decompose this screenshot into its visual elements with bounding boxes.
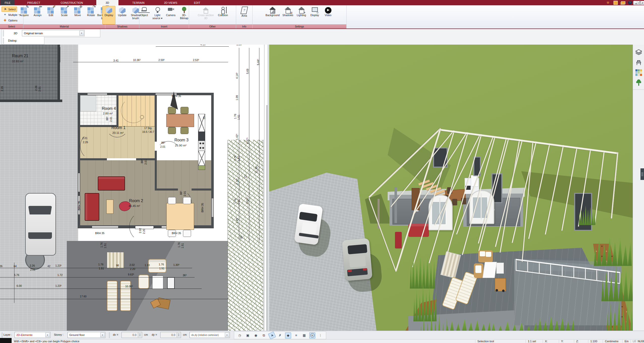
button-background[interactable]: Background xyxy=(264,6,281,24)
garage-room xyxy=(0,45,60,101)
dimension-label: 36⁵ xyxy=(240,235,243,239)
railing-post-3d xyxy=(585,268,586,279)
presentation-icon[interactable]: ▣ xyxy=(245,332,251,338)
button-video[interactable]: Video xyxy=(322,6,335,24)
more-icon[interactable]: ⋮ xyxy=(317,332,323,338)
grass-tuft-3d xyxy=(410,253,435,289)
dy-input[interactable]: 0.0 ▲▼ xyxy=(160,332,181,338)
dimension-label: 1.76 xyxy=(234,155,237,161)
button-update[interactable]: Update xyxy=(116,6,129,24)
select-arrow-icon[interactable]: ➤ xyxy=(268,331,276,339)
storey-select[interactable]: Ground floor ▾ xyxy=(68,332,105,338)
view-3d[interactable] xyxy=(269,45,633,331)
ribbon: ➤Select⌖Multiple▾✚OptionsSelectAcquireAs… xyxy=(0,5,644,29)
catalog-sidebar xyxy=(633,45,644,331)
sheets-icon[interactable]: ≡ xyxy=(293,332,299,338)
clock-icon[interactable]: ◷ xyxy=(237,332,243,338)
stairs-note: 16.5 / 30.7 xyxy=(142,131,154,133)
coord-mode-select[interactable]: dx,dy (relative cartesian) ▾ xyxy=(190,332,230,338)
room-area: 46.45 m² xyxy=(129,204,140,207)
button-light-source[interactable]: Light source ▾ xyxy=(151,6,164,24)
button-lighting[interactable]: ☀Lighting xyxy=(295,6,308,24)
dimension-label: 9.63⁵ xyxy=(128,273,134,276)
chevron-down-icon[interactable]: ▾ xyxy=(79,31,84,36)
tab-construction[interactable]: CONSTRUCTION xyxy=(56,0,88,5)
button-options[interactable]: ✚Options xyxy=(2,18,19,23)
dimension-line xyxy=(239,48,239,241)
layer-select[interactable]: 2D-Elemente ▾ xyxy=(15,332,50,338)
button-label: Camera xyxy=(166,14,175,17)
room4-shower xyxy=(80,95,96,111)
button-area[interactable]: ?Area xyxy=(238,6,251,24)
chevron-down-icon[interactable]: ▾ xyxy=(100,333,105,337)
layer-copy-icon[interactable]: ⧉ xyxy=(261,332,267,338)
smooth-icon[interactable]: ◆ xyxy=(285,332,291,338)
tools-icon[interactable]: ⚒ xyxy=(605,1,611,5)
railing-post-3d xyxy=(596,269,597,280)
dimension-label: 2.01 xyxy=(109,117,112,122)
drag-grip-icon[interactable] xyxy=(3,30,4,36)
button-scale[interactable]: Scale xyxy=(58,6,71,24)
room-name: Room 2 xyxy=(129,199,143,203)
dimension-line xyxy=(73,62,228,62)
furniture-catalog-icon[interactable] xyxy=(635,59,642,66)
dimension-label: 2.01 xyxy=(144,160,147,165)
button-assign[interactable]: Assign xyxy=(31,6,44,24)
dimension-label: 36⁵ xyxy=(183,274,187,277)
dx-label: dx = xyxy=(113,333,118,336)
north-icon[interactable]: N xyxy=(309,332,315,338)
ribbon-group-info: ?AreaInfo xyxy=(236,5,253,28)
button-move[interactable]: Move xyxy=(71,6,84,24)
status-field-1-100: 1:100 xyxy=(588,340,603,343)
stairs-note: 17 Stg. xyxy=(144,127,152,130)
button-display[interactable]: Display xyxy=(308,6,321,24)
button-rotate[interactable]: Rotate xyxy=(84,6,98,24)
package-alt-icon[interactable] xyxy=(620,1,626,5)
button-camera[interactable]: Camera xyxy=(164,6,177,24)
dimension-label: 88⁵ xyxy=(106,116,109,120)
button-object[interactable]: Object xyxy=(138,6,151,24)
help-icon[interactable]: ? xyxy=(627,1,633,5)
ribbon-groups: ➤Select⌖Multiple▾✚OptionsSelectAcquireAs… xyxy=(0,5,347,28)
dx-input[interactable]: 0.0 ▲▼ xyxy=(121,332,142,338)
button-acquire[interactable]: Acquire xyxy=(18,6,31,24)
dimension-label: 1.76 xyxy=(159,263,164,266)
raster-icon[interactable]: ▦ xyxy=(301,332,307,338)
tab-edit[interactable]: EDIT xyxy=(190,0,204,5)
tab-file[interactable]: FILE xyxy=(1,0,15,5)
chevron-down-icon[interactable]: ▾ xyxy=(45,333,50,337)
dx-spinner[interactable]: ▲▼ xyxy=(138,332,142,337)
camera-path-icon[interactable]: ◉ xyxy=(253,332,259,338)
drag-grip-icon[interactable] xyxy=(2,332,3,338)
material-palette-icon[interactable] xyxy=(635,69,642,76)
drag-grip-icon[interactable] xyxy=(3,38,4,44)
button-select[interactable]: ➤Select xyxy=(2,7,17,12)
tab-2d-views[interactable]: 2D VIEWS xyxy=(158,0,183,5)
plants-catalog-icon[interactable] xyxy=(635,79,642,86)
dimension-label: 2.20 xyxy=(142,229,145,234)
status-hint: With <Shift> and <Ctl> you can begin Pol… xyxy=(14,340,79,343)
close-button[interactable]: ✗ xyxy=(641,1,644,5)
layers-icon[interactable] xyxy=(635,49,642,56)
plan-2d-view[interactable]: Raum 2132.83 m²Room 42.89 m²Room 120.11 … xyxy=(0,45,268,331)
button-label: Scale xyxy=(61,14,68,17)
dy-spinner[interactable]: ▲▼ xyxy=(177,332,180,337)
chevron-down-icon[interactable]: ▾ xyxy=(225,333,229,337)
button-display[interactable]: Display xyxy=(102,6,115,24)
package-icon[interactable] xyxy=(612,1,619,5)
dimension-label: 1.09 xyxy=(235,95,238,100)
icon-grid xyxy=(60,7,68,14)
button-3d-bitmap[interactable]: 3D-Bitmap xyxy=(178,6,191,24)
panel-handle[interactable] xyxy=(640,168,644,180)
chair-2d xyxy=(183,197,191,204)
tab-terrain[interactable]: TERRAIN xyxy=(127,0,150,5)
button-collision[interactable]: Collision xyxy=(217,6,230,24)
terrain-select[interactable]: Original terrain ▾ xyxy=(22,30,85,36)
room-name: Room 4 xyxy=(102,106,116,111)
dimension-label: 42 xyxy=(47,265,50,268)
button-shadows[interactable]: ▨Shadows xyxy=(281,6,294,24)
dimension-label: 1.51 xyxy=(181,243,184,248)
button-edit[interactable]: Edit xyxy=(44,6,57,24)
status-field-selection-tool: Selection tool xyxy=(475,340,520,343)
path-cross-icon[interactable]: ✗ xyxy=(277,332,283,338)
